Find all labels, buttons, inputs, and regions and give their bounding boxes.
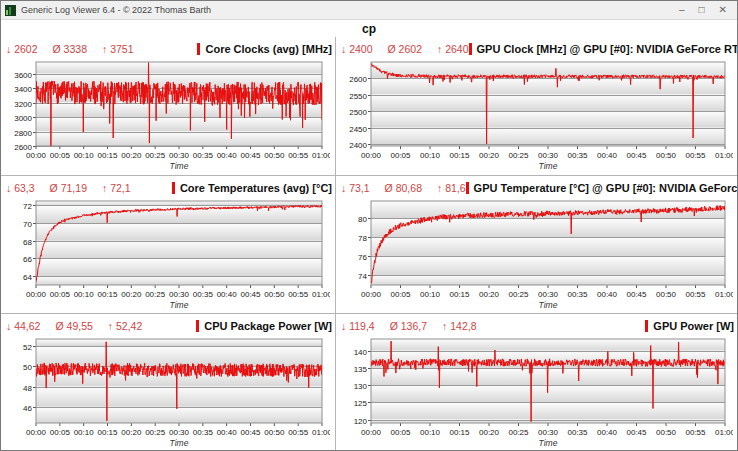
svg-text:01:00: 01:00 bbox=[715, 290, 733, 299]
svg-text:00:20: 00:20 bbox=[479, 151, 500, 160]
svg-text:00:05: 00:05 bbox=[390, 290, 411, 299]
svg-text:00:30: 00:30 bbox=[538, 290, 559, 299]
svg-text:140: 140 bbox=[354, 348, 368, 357]
svg-text:2550: 2550 bbox=[349, 92, 367, 101]
stat-avg: Ø 49,55 bbox=[55, 320, 92, 332]
svg-text:2450: 2450 bbox=[349, 125, 367, 134]
svg-text:Time: Time bbox=[170, 161, 189, 171]
chart-panel-gpu-clock: ↓ 2400 Ø 2602 ↑ 2640 GPU Clock [MHz] @ G… bbox=[336, 37, 737, 175]
stat-max: ↑ 3751 bbox=[102, 43, 134, 55]
svg-text:00:35: 00:35 bbox=[193, 290, 214, 299]
svg-text:00:55: 00:55 bbox=[288, 290, 309, 299]
svg-text:2600: 2600 bbox=[349, 75, 367, 84]
svg-text:50: 50 bbox=[23, 363, 32, 372]
legend-color-bar bbox=[645, 320, 648, 332]
svg-text:00:10: 00:10 bbox=[74, 151, 95, 160]
svg-text:00:05: 00:05 bbox=[50, 290, 71, 299]
stat-avg: Ø 2602 bbox=[388, 43, 422, 55]
stat-avg: Ø 71,19 bbox=[50, 182, 87, 194]
svg-text:00:25: 00:25 bbox=[145, 151, 166, 160]
svg-text:78: 78 bbox=[358, 234, 367, 243]
svg-text:130: 130 bbox=[354, 382, 368, 391]
svg-text:00:30: 00:30 bbox=[169, 290, 190, 299]
svg-text:00:55: 00:55 bbox=[685, 428, 706, 437]
svg-text:00:55: 00:55 bbox=[685, 151, 706, 160]
svg-text:68: 68 bbox=[23, 238, 32, 247]
stat-max: ↑ 142,8 bbox=[442, 320, 476, 332]
svg-text:48: 48 bbox=[23, 384, 32, 393]
titlebar[interactable]: Generic Log Viewer 6.4 - © 2022 Thomas B… bbox=[1, 1, 737, 20]
chart-stats: ↓ 44,62 Ø 49,55 ↑ 52,42 bbox=[6, 320, 142, 332]
chart-plot-gpu-temperature[interactable]: 7476788000:0000:0500:1000:1500:2000:2500… bbox=[341, 197, 733, 311]
chart-title: GPU Power [W] bbox=[653, 320, 734, 332]
chart-title: CPU Package Power [W] bbox=[204, 320, 332, 332]
stat-avg: Ø 80,68 bbox=[385, 182, 422, 194]
close-button[interactable]: ✕ bbox=[719, 5, 727, 15]
stat-min: ↓ 63,3 bbox=[6, 182, 35, 194]
svg-text:00:20: 00:20 bbox=[479, 290, 500, 299]
chart-panel-core-temperatures: ↓ 63,3 Ø 71,19 ↑ 72,1 Core Temperatures … bbox=[1, 175, 336, 313]
chart-title: GPU Clock [MHz] @ GPU [#0]: NVIDIA GeFor… bbox=[477, 43, 737, 55]
svg-text:2500: 2500 bbox=[349, 108, 367, 117]
chart-plot-gpu-clock[interactable]: 2400245025002550260000:0000:0500:1000:15… bbox=[341, 58, 733, 172]
svg-text:00:35: 00:35 bbox=[567, 428, 588, 437]
chart-plot-core-temperatures[interactable]: 646668707200:0000:0500:1000:1500:2000:25… bbox=[6, 197, 330, 311]
svg-text:00:00: 00:00 bbox=[361, 151, 382, 160]
chart-plot-cpu-package-power[interactable]: 4648505200:0000:0500:1000:1500:2000:2500… bbox=[6, 335, 330, 449]
svg-text:00:40: 00:40 bbox=[597, 290, 618, 299]
page-title: cp bbox=[1, 20, 737, 37]
svg-text:00:40: 00:40 bbox=[217, 428, 238, 437]
svg-text:00:40: 00:40 bbox=[597, 428, 618, 437]
legend-color-bar bbox=[469, 43, 472, 55]
svg-text:00:25: 00:25 bbox=[508, 428, 529, 437]
svg-text:00:45: 00:45 bbox=[626, 428, 647, 437]
chart-panel-core-clocks: ↓ 2602 Ø 3338 ↑ 3751 Core Clocks (avg) [… bbox=[1, 37, 336, 175]
svg-text:72: 72 bbox=[23, 202, 32, 211]
svg-text:00:20: 00:20 bbox=[121, 290, 142, 299]
maximize-button[interactable]: □ bbox=[699, 5, 705, 15]
svg-text:00:55: 00:55 bbox=[288, 151, 309, 160]
svg-text:00:00: 00:00 bbox=[361, 428, 382, 437]
svg-text:00:15: 00:15 bbox=[97, 428, 118, 437]
svg-text:120: 120 bbox=[354, 417, 368, 426]
svg-text:Time: Time bbox=[170, 300, 189, 310]
svg-text:00:15: 00:15 bbox=[97, 151, 118, 160]
svg-text:00:15: 00:15 bbox=[449, 428, 470, 437]
svg-text:00:20: 00:20 bbox=[479, 428, 500, 437]
svg-text:00:45: 00:45 bbox=[626, 290, 647, 299]
svg-text:01:00: 01:00 bbox=[715, 428, 733, 437]
svg-text:00:15: 00:15 bbox=[449, 290, 470, 299]
svg-text:00:30: 00:30 bbox=[538, 428, 559, 437]
app-window: Generic Log Viewer 6.4 - © 2022 Thomas B… bbox=[0, 0, 738, 451]
svg-text:00:40: 00:40 bbox=[217, 290, 238, 299]
svg-text:70: 70 bbox=[23, 220, 32, 229]
svg-text:2400: 2400 bbox=[349, 141, 367, 150]
legend-color-bar bbox=[196, 320, 199, 332]
chart-plot-core-clocks[interactable]: 26002800300032003400360000:0000:0500:100… bbox=[6, 58, 330, 172]
svg-text:00:55: 00:55 bbox=[288, 428, 309, 437]
stat-avg: Ø 136,7 bbox=[390, 320, 427, 332]
svg-text:74: 74 bbox=[358, 272, 367, 281]
minimize-button[interactable]: – bbox=[679, 5, 685, 15]
svg-text:3600: 3600 bbox=[14, 71, 32, 80]
svg-text:00:00: 00:00 bbox=[26, 290, 47, 299]
app-icon bbox=[5, 5, 16, 16]
chart-panel-cpu-package-power: ↓ 44,62 Ø 49,55 ↑ 52,42 CPU Package Powe… bbox=[1, 313, 336, 451]
chart-title: Core Temperatures (avg) [°C] bbox=[180, 182, 332, 194]
svg-text:01:00: 01:00 bbox=[715, 151, 733, 160]
stat-max: ↑ 81,6 bbox=[437, 182, 466, 194]
chart-plot-gpu-power[interactable]: 12012513013514000:0000:0500:1000:1500:20… bbox=[341, 335, 733, 449]
chart-panel-gpu-temperature: ↓ 73,1 Ø 80,68 ↑ 81,6 GPU Temperature [°… bbox=[336, 175, 737, 313]
svg-text:Time: Time bbox=[539, 438, 558, 448]
svg-text:01:00: 01:00 bbox=[312, 428, 330, 437]
svg-text:00:15: 00:15 bbox=[97, 290, 118, 299]
svg-text:00:05: 00:05 bbox=[390, 151, 411, 160]
svg-text:52: 52 bbox=[23, 343, 32, 352]
svg-text:00:30: 00:30 bbox=[169, 151, 190, 160]
svg-text:00:20: 00:20 bbox=[121, 428, 142, 437]
svg-text:125: 125 bbox=[354, 399, 368, 408]
stat-max: ↑ 72,1 bbox=[102, 182, 131, 194]
svg-text:00:45: 00:45 bbox=[626, 151, 647, 160]
svg-text:3000: 3000 bbox=[14, 114, 32, 123]
chart-stats: ↓ 2400 Ø 2602 ↑ 2640 bbox=[341, 43, 469, 55]
